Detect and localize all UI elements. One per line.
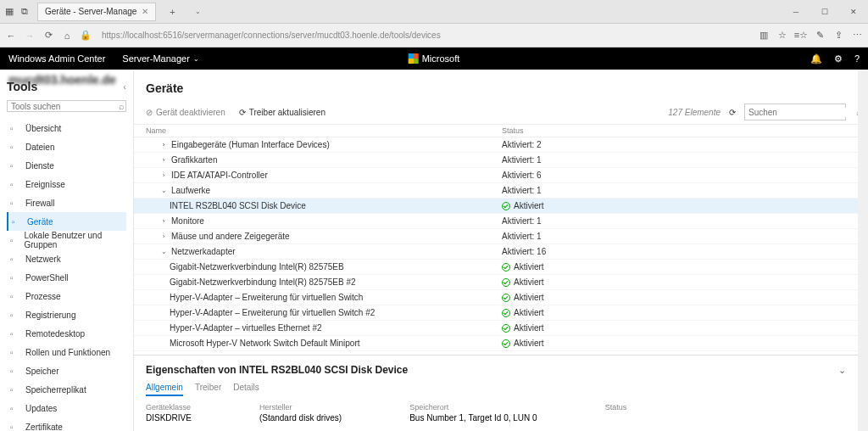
device-search-input[interactable]	[748, 108, 856, 117]
collapse-sidebar-icon[interactable]: ‹	[123, 81, 126, 92]
nav-icon: ▫	[10, 143, 20, 152]
favorites-bar-icon[interactable]: ≡☆	[795, 30, 807, 42]
sidebar-item-prozesse[interactable]: ▫Prozesse	[7, 287, 126, 305]
sidebar-item-übersicht[interactable]: ▫Übersicht	[7, 119, 126, 137]
device-tree[interactable]: ›Eingabegeräte (Human Interface Devices)…	[134, 137, 858, 355]
device-item[interactable]: Hyper-V-Adapter – Erweiterung für virtue…	[134, 290, 858, 305]
close-icon[interactable]: ✕	[142, 7, 148, 16]
share-icon[interactable]: ⇪	[832, 30, 844, 42]
sidebar-item-rollen-und-funktionen[interactable]: ▫Rollen und Funktionen	[7, 343, 126, 361]
favorite-icon[interactable]: ☆	[776, 30, 788, 42]
disable-device-button[interactable]: ⊘ Gerät deaktivieren	[146, 108, 225, 117]
chevron-icon[interactable]: ›	[159, 232, 168, 240]
context-dropdown[interactable]: Server-Manager ⌄	[122, 53, 198, 64]
item-count: 127 Elemente	[668, 108, 721, 117]
nav-icon: ▫	[10, 404, 20, 413]
device-label: Hyper-V-Adapter – virtuelles Ethernet #2	[170, 323, 322, 333]
col-status[interactable]: Status	[502, 126, 524, 135]
device-label: Gigabit-Netzwerkverbindung Intel(R) 8257…	[170, 277, 356, 287]
tab-menu-button[interactable]: ⌄	[188, 3, 207, 21]
chevron-icon[interactable]: ⌄	[159, 248, 168, 255]
nav-icon: ▫	[10, 311, 20, 320]
sidebar-item-geräte[interactable]: ▫Geräte	[7, 212, 126, 231]
close-window-button[interactable]: ✕	[839, 0, 868, 24]
tools-search[interactable]: ⌕	[7, 100, 126, 112]
device-item[interactable]: Microsoft Hyper-V Network Switch Default…	[134, 336, 858, 351]
sidebar-item-netzwerk[interactable]: ▫Netzwerk	[7, 249, 126, 268]
sidebar-item-speicherreplikat[interactable]: ▫Speicherreplikat	[7, 380, 126, 399]
forward-icon[interactable]: →	[24, 30, 36, 42]
nav-icon: ▫	[10, 367, 20, 376]
help-icon[interactable]: ?	[854, 53, 860, 64]
reader-icon[interactable]: ▥	[758, 30, 770, 42]
sidebar-item-remotedesktop[interactable]: ▫Remotedesktop	[7, 324, 126, 343]
home-icon[interactable]: ⌂	[61, 30, 73, 42]
device-group[interactable]: ›IDE ATA/ATAPI-ControllerAktiviert: 6	[134, 168, 858, 183]
chevron-icon[interactable]: ›	[159, 171, 168, 179]
chevron-icon[interactable]: ⌄	[159, 187, 168, 194]
disable-icon: ⊘	[146, 108, 153, 117]
tab-driver[interactable]: Treiber	[195, 383, 221, 396]
notes-icon[interactable]: ✎	[814, 30, 826, 42]
nav-icon: ▫	[10, 255, 20, 264]
col-name[interactable]: Name	[146, 126, 502, 135]
browser-tab[interactable]: Geräte - Server-Manage ✕	[37, 3, 156, 21]
chevron-icon[interactable]: ›	[159, 141, 168, 148]
scrollbar[interactable]	[858, 70, 868, 431]
prop-mfr-value: (Standard disk drives)	[259, 413, 342, 423]
device-item[interactable]: INTEL RS2BL040 SCSI Disk DeviceAktiviert	[134, 199, 858, 214]
url-field[interactable]: https://localhost:6516/servermanager/con…	[98, 31, 751, 40]
notifications-icon[interactable]: 🔔	[810, 53, 822, 64]
properties-title: Eigenschaften von INTEL RS2BL040 SCSI Di…	[146, 364, 408, 376]
newwindow-icon[interactable]: ⧉	[19, 6, 31, 18]
tools-search-input[interactable]	[11, 102, 119, 111]
maximize-button[interactable]: ☐	[810, 0, 839, 24]
device-label: Gigabit-Netzwerkverbindung Intel(R) 8257…	[170, 262, 344, 271]
chevron-icon[interactable]: ›	[159, 156, 168, 164]
back-icon[interactable]: ←	[5, 30, 17, 42]
status-ok-icon	[502, 278, 510, 287]
device-search[interactable]: ⌕	[744, 104, 846, 120]
minimize-button[interactable]: ─	[782, 0, 810, 24]
nav-icon: ▫	[10, 273, 20, 283]
tab-details[interactable]: Details	[233, 383, 259, 396]
chevron-icon[interactable]: ›	[159, 217, 168, 225]
sidebar-item-updates[interactable]: ▫Updates	[7, 399, 126, 417]
device-group[interactable]: ›MonitoreAktiviert: 1	[134, 214, 858, 229]
sidebar-item-lokale-benutzer-und-gruppen[interactable]: ▫Lokale Benutzer und Gruppen	[7, 231, 126, 249]
device-item[interactable]: Gigabit-Netzwerkverbindung Intel(R) 8257…	[134, 260, 858, 275]
device-group[interactable]: ⌄NetzwerkadapterAktiviert: 16	[134, 244, 858, 260]
status-text: Aktiviert	[514, 323, 544, 333]
menu-icon[interactable]: ⋯	[851, 30, 863, 42]
device-group[interactable]: ›Mäuse und andere ZeigegeräteAktiviert: …	[134, 229, 858, 244]
device-item[interactable]: Gigabit-Netzwerkverbindung Intel(R) 8257…	[134, 275, 858, 290]
nav-icon: ▫	[10, 199, 20, 208]
device-group[interactable]: ⌄LaufwerkeAktiviert: 1	[134, 183, 858, 199]
status-ok-icon	[502, 263, 510, 271]
collapse-properties-icon[interactable]: ⌄	[838, 365, 846, 376]
nav-icon: ▫	[10, 329, 20, 339]
nav-icon: ▫	[10, 124, 20, 133]
status-text: Aktiviert	[514, 201, 544, 210]
sidebar-item-speicher[interactable]: ▫Speicher	[7, 361, 126, 380]
update-driver-button[interactable]: ⟳ Treiber aktualisieren	[239, 108, 326, 117]
sidebar-item-zertifikate[interactable]: ▫Zertifikate	[7, 417, 126, 431]
device-group[interactable]: ›Eingabegeräte (Human Interface Devices)…	[134, 137, 858, 153]
nav-icon: ▫	[10, 236, 19, 245]
device-group[interactable]: ›GrafikkartenAktiviert: 1	[134, 153, 858, 168]
sidebar-item-registrierung[interactable]: ▫Registrierung	[7, 305, 126, 324]
sidebar-item-firewall[interactable]: ▫Firewall	[7, 193, 126, 212]
refresh-list-icon[interactable]: ⟳	[729, 108, 736, 117]
prop-status-label: Status	[605, 403, 627, 411]
settings-icon[interactable]: ⚙	[834, 53, 843, 64]
new-tab-button[interactable]: +	[163, 3, 181, 21]
device-item[interactable]: Hyper-V-Adapter – Erweiterung für virtue…	[134, 305, 858, 321]
sidebar-item-dateien[interactable]: ▫Dateien	[7, 137, 126, 156]
tab-general[interactable]: Allgemein	[146, 383, 183, 396]
sidebar-item-dienste[interactable]: ▫Dienste	[7, 156, 126, 175]
sidebar-item-powershell[interactable]: ▫PowerShell	[7, 268, 126, 287]
refresh-icon[interactable]: ⟳	[42, 30, 54, 42]
device-item[interactable]: Hyper-V-Adapter – virtuelles Ethernet #2…	[134, 321, 858, 336]
device-label: IDE ATA/ATAPI-Controller	[171, 171, 268, 180]
sidebar-item-ereignisse[interactable]: ▫Ereignisse	[7, 175, 126, 193]
